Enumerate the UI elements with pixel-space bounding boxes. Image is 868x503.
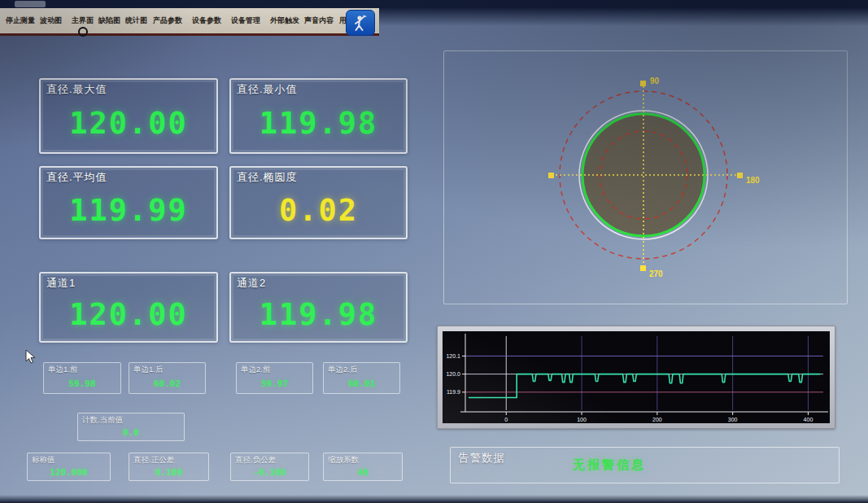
angle-label-bottom: 270 — [649, 269, 663, 278]
trend-chart-area: 120.1120.0119.90100200300400 — [443, 331, 830, 423]
metric-label: 直径.最小值 — [237, 82, 298, 97]
defect-chart-button[interactable]: 缺陷图 — [96, 14, 123, 28]
svg-text:200: 200 — [652, 417, 662, 422]
edge-value: 59.98 — [44, 374, 120, 393]
param-box-scale-factor: 缩放系数 40 — [323, 453, 403, 481]
top-axis-marker — [640, 81, 646, 86]
main-toolbar: 停止测量 波动图 主界面 缺陷图 统计图 产品参数 设备参数 设备管理 外部触发… — [0, 8, 379, 36]
fluctuation-chart-button[interactable]: 波动图 — [37, 14, 64, 28]
edge-box-2-rear: 单边2.后 60.01 — [323, 362, 400, 394]
metric-value: 120.00 — [41, 291, 216, 338]
statistics-chart-button[interactable]: 统计图 — [123, 14, 150, 28]
stop-measure-button[interactable]: 停止测量 — [3, 14, 37, 28]
metric-value: 119.99 — [41, 186, 216, 234]
metric-label: 通道1 — [46, 276, 76, 291]
alarm-message: 无报警信息 — [573, 448, 646, 483]
measurement-app-window: 停止测量 波动图 主界面 缺陷图 统计图 产品参数 设备参数 设备管理 外部触发… — [0, 0, 868, 503]
cross-section-gauge: 90 180 270 — [444, 51, 845, 302]
left-axis-marker — [548, 173, 554, 178]
metric-value: 120.00 — [41, 98, 216, 149]
param-value: 120.000 — [28, 464, 110, 480]
bottom-axis-marker — [640, 265, 646, 271]
metric-box-diameter-min: 直径.最小值 119.98 — [229, 78, 408, 154]
metric-value: 119.98 — [231, 98, 406, 149]
metric-value: 119.98 — [231, 291, 406, 338]
param-value: -0.100 — [231, 464, 308, 480]
param-value: 40 — [324, 464, 402, 480]
svg-text:100: 100 — [577, 417, 587, 422]
cross-section-gauge-panel: 90 180 270 — [443, 50, 848, 304]
edge-box-1-front: 单边1.前 59.98 — [43, 362, 121, 394]
right-axis-marker — [737, 173, 743, 178]
title-strip — [0, 0, 868, 8]
metric-label: 直径.椭圆度 — [237, 170, 298, 185]
bottom-bezel — [0, 495, 868, 503]
param-box-pos-tolerance: 直径.正公差 0.100 — [129, 453, 209, 481]
trend-chart-svg: 120.1120.0119.90100200300400 — [443, 331, 830, 423]
metric-value: 0.02 — [231, 186, 406, 234]
counter-value: 0.0 — [78, 424, 184, 440]
param-box-neg-tolerance: 直径.负公差 -0.100 — [230, 453, 309, 481]
metric-label: 通道2 — [237, 276, 266, 291]
device-manage-button[interactable]: 设备管理 — [229, 14, 263, 28]
metric-box-channel2: 通道2 119.98 — [229, 272, 408, 343]
selected-page-indicator — [78, 27, 88, 37]
device-params-button[interactable]: 设备参数 — [190, 14, 224, 28]
sound-content-button[interactable]: 声音内容 — [302, 14, 336, 28]
param-box-nominal: 标称值 120.000 — [27, 453, 111, 481]
main-screen-button[interactable]: 主界面 — [69, 14, 96, 28]
edge-box-1-rear: 单边1.后 60.02 — [129, 362, 206, 394]
edge-value: 60.01 — [324, 374, 399, 393]
metric-box-diameter-avg: 直径.平均值 119.99 — [39, 166, 218, 239]
metric-label: 直径.最大值 — [46, 82, 107, 97]
angle-label-top: 90 — [650, 77, 660, 85]
edge-box-2-front: 单边2.前 59.97 — [236, 362, 313, 394]
svg-text:119.9: 119.9 — [447, 389, 460, 395]
svg-text:300: 300 — [728, 417, 738, 422]
param-value: 0.100 — [129, 464, 208, 480]
edge-value: 59.97 — [237, 374, 312, 393]
external-trigger-button[interactable]: 外部触发 — [268, 14, 302, 28]
product-params-button[interactable]: 产品参数 — [150, 14, 185, 28]
alarm-label: 告警数据 — [458, 451, 505, 466]
metric-box-channel1: 通道1 120.00 — [39, 272, 218, 343]
edge-value: 60.02 — [129, 374, 205, 393]
person-with-flag-icon — [346, 10, 375, 36]
metric-box-diameter-max: 直径.最大值 120.00 — [39, 78, 218, 154]
alarm-data-box: 告警数据 无报警信息 — [450, 447, 840, 483]
counter-box: 计数.当前值 0.0 — [77, 413, 185, 441]
svg-text:120.0: 120.0 — [446, 371, 460, 377]
svg-text:0: 0 — [504, 417, 508, 422]
angle-label-right: 180 — [746, 176, 760, 185]
mouse-cursor — [25, 349, 37, 369]
trend-chart-panel: 120.1120.0119.90100200300400 — [437, 326, 835, 429]
metric-label: 直径.平均值 — [46, 170, 107, 185]
metric-box-ovality: 直径.椭圆度 0.02 — [229, 166, 408, 239]
toolbar-right-filler — [374, 8, 868, 26]
titlebar-fragment — [15, 1, 46, 7]
svg-text:400: 400 — [804, 417, 813, 422]
svg-text:120.1: 120.1 — [446, 353, 460, 359]
